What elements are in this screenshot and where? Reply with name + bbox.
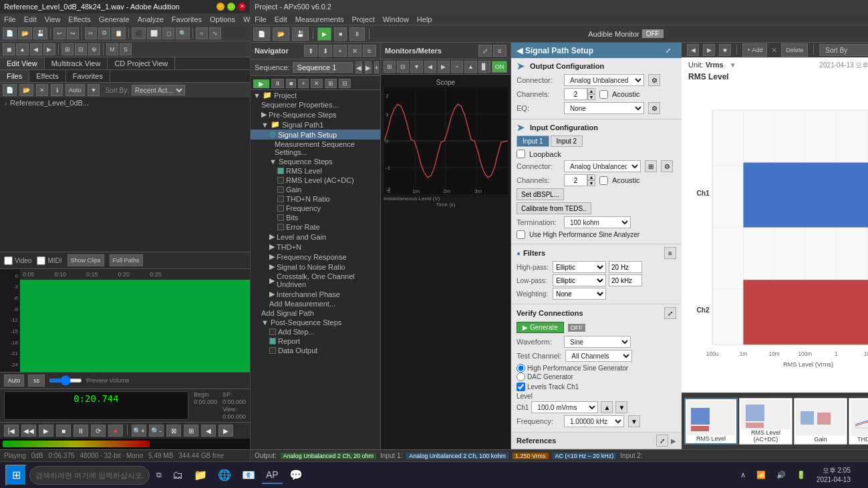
rms-add-btn[interactable]: + Add <box>742 43 767 57</box>
menu-favorites[interactable]: Favorites <box>172 15 202 23</box>
mon-scope-btn[interactable]: ~ <box>451 61 463 73</box>
audition-close-btn[interactable]: ✕ <box>238 3 246 11</box>
files-sort-btn[interactable]: ▼ <box>88 84 100 96</box>
apx-pause-btn[interactable]: ⏸ <box>349 27 365 41</box>
apx-save-btn[interactable]: 💾 <box>292 27 309 41</box>
nav-expand-btn[interactable]: ≡ <box>363 45 376 57</box>
nav-item-thdn[interactable]: ▶ THD+N <box>251 242 380 252</box>
tb2-btn8[interactable]: M <box>106 43 118 55</box>
seq-next-btn[interactable]: ▶ <box>365 61 372 73</box>
audible-toggle-btn[interactable]: OFF <box>642 29 664 38</box>
auto-btn[interactable]: Auto <box>4 375 24 387</box>
zoom-in-btn[interactable]: 🔍+ <box>132 425 146 437</box>
undo-btn[interactable]: ↩ <box>53 27 65 39</box>
tab-favorites[interactable]: Favorites <box>66 70 110 82</box>
tool1-btn[interactable]: ⬛ <box>132 27 146 39</box>
bits-cb[interactable] <box>277 214 284 221</box>
paste-btn[interactable]: 📋 <box>112 27 126 39</box>
menu-effects[interactable]: Effects <box>68 15 90 23</box>
nav-item-signal-path1[interactable]: ▼ 📁 Signal Path1 <box>251 119 380 130</box>
taskbar-email-btn[interactable]: 📧 <box>238 466 259 484</box>
taskbar-browser-btn[interactable]: 🌐 <box>214 466 235 484</box>
rms-stop-btn[interactable]: ■ <box>719 44 731 56</box>
nav-btn1[interactable]: ⬆ <box>304 45 317 57</box>
rms-delete-btn[interactable]: Delete <box>781 43 808 57</box>
menu-view[interactable]: View <box>45 15 61 23</box>
ss-btn[interactable]: ss <box>28 375 45 387</box>
files-auto-btn[interactable]: Auto <box>65 84 85 96</box>
tab-edit-view[interactable]: Edit View <box>0 57 45 69</box>
monitors-expand-btn[interactable]: ⤢ <box>478 45 492 57</box>
menu-file[interactable]: File <box>4 15 16 23</box>
in-connector-btn2[interactable]: ⚙ <box>661 160 673 172</box>
nav-item-rms[interactable]: RMS Level <box>251 166 380 176</box>
filters-menu-btn[interactable]: ≡ <box>664 247 676 259</box>
files-info-btn[interactable]: ℹ <box>51 84 63 96</box>
freq-cb[interactable] <box>277 205 284 212</box>
taskbar-chat-btn[interactable]: 💬 <box>285 466 307 484</box>
record-btn[interactable]: ● <box>108 425 123 437</box>
thumb-rms-acdc[interactable]: RMS Level (AC+DC) <box>739 398 792 445</box>
nav-btn3[interactable]: + <box>333 45 347 57</box>
thdn-ratio-cb[interactable] <box>277 196 284 202</box>
ch1-down-btn[interactable]: ▼ <box>615 401 627 413</box>
show-clips-btn[interactable]: Show Clips <box>67 254 104 266</box>
taskbar-search[interactable] <box>29 466 150 485</box>
highpass-freq-input[interactable] <box>609 261 642 273</box>
mon-btn3[interactable]: ▼ <box>410 61 423 73</box>
file-item[interactable]: ♪ Reference_Level_0dB... <box>0 97 250 108</box>
nav-item-freq[interactable]: Frequency <box>251 204 380 213</box>
levels-track-cb[interactable] <box>517 383 525 391</box>
apx-stop-btn[interactable]: ■ <box>334 27 347 41</box>
in-acoustic-cb[interactable] <box>599 176 608 185</box>
copy-btn[interactable]: ⧉ <box>98 27 110 39</box>
input-tab-2[interactable]: Input 2 <box>551 136 583 147</box>
thumb-gain[interactable]: Gain <box>794 398 847 445</box>
nav-item-rms-acdc[interactable]: RMS Level (AC+DC) <box>251 176 380 185</box>
zoom-btn[interactable]: 🔍 <box>176 27 190 39</box>
lowpass-select[interactable]: Elliptic <box>553 274 606 286</box>
nav-item-add-sp[interactable]: Add Signal Path <box>251 308 380 318</box>
rms-cb[interactable] <box>277 168 284 174</box>
taskbar-clock[interactable]: 오후 2:05 2021-04-13 <box>813 466 855 485</box>
seq-prev-btn[interactable]: ◀ <box>355 61 362 73</box>
channels-up-btn[interactable]: ▲ <box>587 88 595 94</box>
tab-files[interactable]: Files <box>0 70 29 82</box>
nav-add-meas-btn[interactable]: + <box>298 79 308 88</box>
monitors-menu-btn[interactable]: ≡ <box>493 45 507 57</box>
channels-input[interactable] <box>564 88 587 100</box>
full-paths-btn[interactable]: Full Paths <box>110 254 143 266</box>
nav-item-data-output[interactable]: Data Output <box>251 346 380 355</box>
show-midi-cb[interactable]: MIDI <box>37 254 61 266</box>
nav-item-add-step[interactable]: Add Step... <box>251 327 380 336</box>
dac-gen-radio[interactable] <box>517 373 525 381</box>
taskbar-explorer-btn[interactable]: 🗂 <box>168 467 187 484</box>
in-connector-select[interactable]: Analog Unbalanced <box>564 160 641 172</box>
tb2-btn6[interactable]: ⊟ <box>75 43 87 55</box>
tb2-btn2[interactable]: ▲ <box>16 43 29 55</box>
nav-right-btn[interactable]: ▶ <box>219 425 233 437</box>
show-files-cb[interactable]: Video <box>4 254 31 266</box>
start-button[interactable]: ⊞ <box>5 465 27 486</box>
files-open-btn[interactable]: 📂 <box>19 84 33 96</box>
go-start-btn[interactable]: |◀ <box>4 425 19 437</box>
audition-maximize-btn[interactable]: □ <box>227 3 235 11</box>
thumb-rms[interactable]: RMS Level <box>684 398 738 445</box>
references-section[interactable]: References ⤢ ▶ <box>511 433 682 449</box>
nav-item-seq-props[interactable]: Sequencer Properties... <box>251 100 380 109</box>
connector-settings-btn[interactable]: ⚙ <box>648 74 660 86</box>
highpass-select[interactable]: Elliptic <box>553 261 606 273</box>
ch1-up-btn[interactable]: ▲ <box>601 401 613 413</box>
new-btn[interactable]: 📄 <box>3 27 17 39</box>
open-btn[interactable]: 📂 <box>18 27 32 39</box>
pause-btn[interactable]: ⏸ <box>74 425 88 437</box>
nav-item-report[interactable]: Report <box>251 336 380 346</box>
seq-add-btn[interactable]: + <box>374 61 380 73</box>
apx-open-btn[interactable]: 📂 <box>273 27 289 41</box>
ch1-level-select[interactable]: 100.0 mVrms <box>531 401 598 413</box>
apx-menu-edit[interactable]: Edit <box>275 15 287 23</box>
in-channels-input[interactable] <box>564 174 587 186</box>
channels-down-btn[interactable]: ▼ <box>587 94 595 100</box>
nav-collapse-btn[interactable]: ⊟ <box>339 79 351 88</box>
input-tab-1[interactable]: Input 1 <box>517 136 549 147</box>
